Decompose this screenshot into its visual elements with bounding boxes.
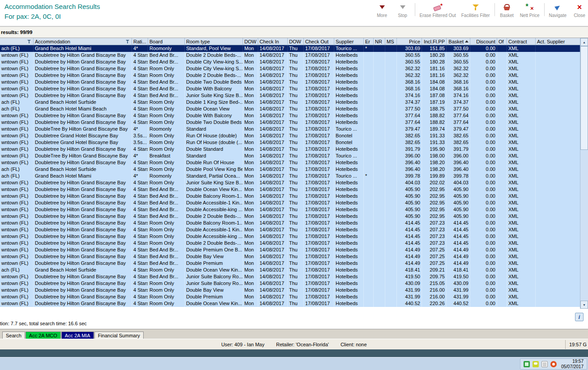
table-row[interactable]: wntown (FL)Doubletree by Hilton Grand Bi… bbox=[0, 260, 588, 267]
table-row[interactable]: wntown (FL)Doubletree by Hilton Grand Bi… bbox=[0, 52, 588, 59]
table-row[interactable]: wntown (FL)Doubletree by Hilton Grand Bi… bbox=[0, 220, 588, 226]
filter-icon[interactable] bbox=[27, 39, 32, 44]
column-header-room_type[interactable]: Room type bbox=[185, 38, 243, 45]
table-row[interactable]: ach (FL)Grand Beach Hotel Surfside4 Star… bbox=[0, 267, 588, 273]
column-header-contract[interactable]: Contract bbox=[507, 38, 536, 45]
table-row[interactable]: wntown (FL)Doubletree by Hilton Grand Bi… bbox=[0, 273, 588, 280]
tab-acc-2a-mia[interactable]: Acc 2A MIA bbox=[61, 332, 94, 339]
tab-financial-summary[interactable]: Financial Summary bbox=[94, 332, 144, 339]
cell-basket: 405.90 bbox=[447, 206, 470, 213]
cell-of bbox=[497, 153, 507, 159]
cell-incl_fl_pp: 199.89 bbox=[422, 173, 447, 179]
filter-icon[interactable] bbox=[126, 39, 130, 44]
column-header-price[interactable]: Price bbox=[397, 38, 422, 45]
table-row[interactable]: wntown (FL)Doubletree by Hilton Grand Bi… bbox=[0, 280, 588, 287]
tray-network-icon[interactable] bbox=[524, 361, 530, 367]
table-row[interactable]: wntown (FL)Doubletree by Hilton Grand Bi… bbox=[0, 226, 588, 233]
table-row[interactable]: wntown (FL)DoubleTree By Hilton Grand Bi… bbox=[0, 126, 588, 132]
table-row[interactable]: wntown (FL)Doubletree by Hilton Grand Bi… bbox=[0, 92, 588, 99]
tray-app-icon[interactable] bbox=[550, 361, 557, 367]
tray-document-icon[interactable] bbox=[541, 361, 548, 367]
table-row[interactable]: wntown (FL)Doubletree by Hilton Grand Bi… bbox=[0, 233, 588, 240]
table-row[interactable]: ach (FL)Grand Beach Hotel Surfside4 Star… bbox=[0, 99, 588, 106]
cell-room_type: Double 2 Double Beds-... bbox=[185, 52, 243, 59]
table-row[interactable]: wntown (FL)Doubletree by Hilton Grand Bi… bbox=[0, 119, 588, 126]
navigate-button[interactable]: Navigate bbox=[546, 1, 569, 18]
more-button[interactable]: More bbox=[372, 1, 392, 18]
table-row[interactable]: ach (FL)Grand Beach Hotel Miami Beach4 S… bbox=[0, 106, 588, 112]
column-header-check_in[interactable]: Check In bbox=[258, 38, 288, 45]
eraser-icon bbox=[433, 4, 442, 11]
table-row[interactable]: wntown (FL)Doubletree by Hilton Grand Bi… bbox=[0, 200, 588, 206]
cell-nr bbox=[374, 213, 385, 220]
stop-button[interactable]: Stop bbox=[392, 1, 413, 18]
column-header-basket[interactable]: Basket bbox=[447, 38, 470, 45]
toolbar-separator bbox=[544, 3, 545, 16]
column-header-of[interactable]: Of bbox=[497, 38, 507, 45]
erase-filtered-out-button[interactable]: Erase Filtered Out bbox=[417, 1, 459, 18]
table-row[interactable]: wntown (FL)Doubletree by Hilton Grand Bi… bbox=[0, 159, 588, 166]
tray-chat-icon[interactable] bbox=[533, 361, 539, 367]
table-row[interactable]: wntown (FL)Doubletree Grand Hotel Biscay… bbox=[0, 132, 588, 139]
cell-location: wntown (FL) bbox=[0, 132, 34, 139]
cell-incl_fl_pp: 189.74 bbox=[422, 126, 447, 132]
table-row[interactable]: wntown (FL)Doubletree by Hilton Grand Bi… bbox=[0, 146, 588, 153]
column-header-dow_in[interactable]: DOW bbox=[243, 38, 258, 45]
scrollbar-thumb[interactable] bbox=[580, 46, 588, 150]
table-row[interactable]: wntown (FL)Doubletree Grand Hotel Biscay… bbox=[0, 139, 588, 146]
column-header-check_out[interactable]: Check Out bbox=[304, 38, 334, 45]
tab-search[interactable]: Search bbox=[2, 332, 25, 339]
table-row[interactable]: wntown (FL)Doubletree by Hilton Grand Bi… bbox=[0, 247, 588, 253]
cell-check_in: 14/08/2017 bbox=[258, 72, 288, 79]
facilities-filter-button[interactable]: Facilities Filter bbox=[459, 1, 493, 18]
table-row[interactable]: wntown (FL)Doubletree by Hilton Grand Bi… bbox=[0, 59, 588, 65]
close-button[interactable]: Close bbox=[569, 1, 588, 18]
scroll-down-button[interactable] bbox=[580, 301, 588, 309]
column-header-incl_fl_pp[interactable]: Incl.Fl.PP bbox=[422, 38, 447, 45]
column-header-location[interactable] bbox=[0, 38, 34, 45]
column-header-nr[interactable]: NR bbox=[374, 38, 385, 45]
scroll-up-button[interactable] bbox=[580, 38, 588, 46]
column-header-supplier[interactable]: Supplier bbox=[334, 38, 364, 45]
vertical-scrollbar[interactable] bbox=[580, 38, 588, 309]
table-row[interactable]: wntown (FL)Doubletree by Hilton Grand Bi… bbox=[0, 72, 588, 79]
nett-price-button[interactable]: Nett Price bbox=[517, 1, 542, 18]
table-row[interactable]: wntown (FL)Doubletree by Hilton Grand Bi… bbox=[0, 179, 588, 186]
table-row[interactable]: wntown (FL)Doubletree by Hilton Grand Bi… bbox=[0, 253, 588, 260]
table-row[interactable]: ach (FL)Grand Beach Hotel Surfside4 Star… bbox=[0, 166, 588, 173]
scrollbar-track[interactable] bbox=[580, 46, 588, 301]
table-row[interactable]: wntown (FL)Doubletree by Hilton Grand Bi… bbox=[0, 65, 588, 72]
table-row[interactable]: wntown (FL)Doubletree by Hilton Grand Bi… bbox=[0, 287, 588, 293]
table-row[interactable]: ach (FL)Grand Beach Hotel Miami4*Roomonl… bbox=[0, 45, 588, 52]
table-row[interactable]: wntown (FL)Doubletree by Hilton Grand Bi… bbox=[0, 300, 588, 307]
table-row[interactable]: wntown (FL)Doubletree by Hilton Grand Bi… bbox=[0, 85, 588, 92]
table-row[interactable]: wntown (FL)DoubleTree By Hilton Grand Bi… bbox=[0, 153, 588, 159]
table-row[interactable]: wntown (FL)Doubletree by Hilton Grand Bi… bbox=[0, 186, 588, 193]
column-header-act_supplier[interactable]: Act. Supplier bbox=[536, 38, 580, 45]
table-row[interactable]: wntown (FL)Doubletree by Hilton Grand Bi… bbox=[0, 240, 588, 247]
table-row[interactable]: wntown (FL)Doubletree by Hilton Grand Bi… bbox=[0, 213, 588, 220]
table-row[interactable]: wntown (FL)Doubletree by Hilton Grand Bi… bbox=[0, 79, 588, 85]
cell-er: * bbox=[364, 45, 374, 52]
column-header-dow_out[interactable]: DOW bbox=[288, 38, 304, 45]
table-row[interactable]: ach (FL)Grand Beach Hotel Miami4*Roomonl… bbox=[0, 173, 588, 179]
table-row[interactable]: wntown (FL)Doubletree by Hilton Grand Bi… bbox=[0, 112, 588, 119]
tab-acc-2a-mco[interactable]: Acc 2A MCO bbox=[26, 332, 61, 339]
column-header-rating[interactable]: Rati... bbox=[132, 38, 148, 45]
table-row[interactable]: wntown (FL)Doubletree by Hilton Grand Bi… bbox=[0, 206, 588, 213]
cell-rating: 4 Stars bbox=[132, 280, 148, 287]
column-header-discount[interactable]: Discount bbox=[470, 38, 497, 45]
cell-rating: 4 Stars bbox=[132, 59, 148, 65]
cell-accommodation: Doubletree by Hilton Grand Biscayne Bay bbox=[34, 112, 132, 119]
cell-dow_in: Mon bbox=[243, 179, 258, 186]
cell-er bbox=[364, 267, 374, 273]
column-header-board[interactable]: Board bbox=[148, 38, 185, 45]
table-row[interactable]: wntown (FL)Doubletree by Hilton Grand Bi… bbox=[0, 193, 588, 200]
column-header-ms[interactable]: MS bbox=[385, 38, 397, 45]
cell-of bbox=[497, 179, 507, 186]
info-button[interactable] bbox=[575, 313, 584, 321]
column-header-accommodation[interactable]: Accommodation bbox=[34, 38, 132, 45]
column-header-er[interactable]: Er bbox=[364, 38, 374, 45]
basket-button[interactable]: Basket bbox=[497, 1, 517, 18]
table-row[interactable]: wntown (FL)Doubletree by Hilton Grand Bi… bbox=[0, 293, 588, 300]
